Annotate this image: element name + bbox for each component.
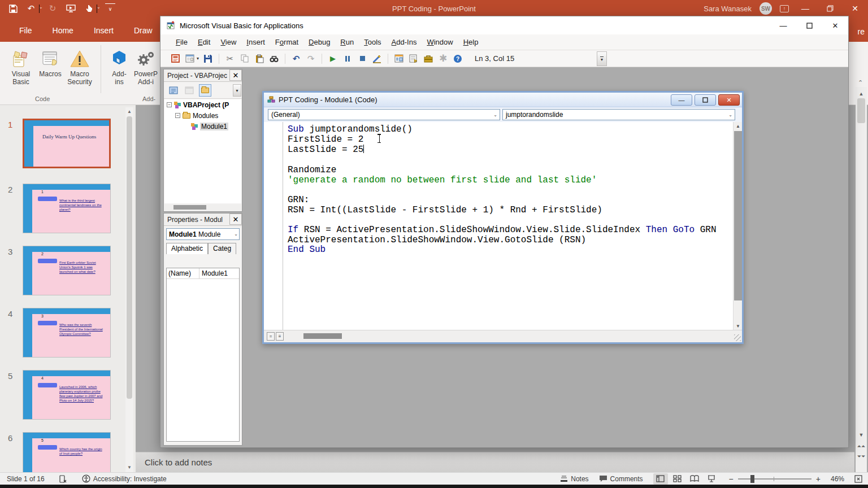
tab-insert[interactable]: Insert: [84, 26, 124, 42]
scroll-down-icon[interactable]: ▼: [734, 322, 742, 330]
menu-window[interactable]: Window: [422, 36, 458, 49]
project-explorer-icon[interactable]: [393, 53, 405, 64]
code-line[interactable]: [288, 185, 717, 195]
procedure-combo[interactable]: jumptorandomslide ⌄: [502, 109, 735, 120]
project-panel-header[interactable]: Project - VBAProjec ✕: [164, 69, 242, 82]
tree-item-label[interactable]: VBAProject (P: [183, 101, 229, 109]
fit-slide-to-window-icon[interactable]: [854, 475, 862, 483]
object-combo[interactable]: (General) ⌄: [268, 109, 500, 120]
minimize-button[interactable]: —: [797, 0, 814, 17]
slide-counter[interactable]: Slide 1 of 16: [7, 475, 45, 483]
save-icon[interactable]: [202, 53, 214, 64]
reading-view-button[interactable]: [687, 473, 702, 485]
undo-dropdown-icon[interactable]: ⌄: [39, 5, 40, 13]
scrollbar-thumb[interactable]: [857, 98, 865, 123]
notes-pane[interactable]: Click to add notes: [136, 452, 854, 472]
run-macro-icon[interactable]: ▶: [327, 53, 338, 64]
slide-sorter-view-button[interactable]: [670, 473, 685, 485]
object-browser-icon[interactable]: [423, 53, 434, 64]
scroll-up-icon[interactable]: ▲: [125, 107, 133, 115]
code-editor-area[interactable]: Sub jumptorandomslide()FirstSlide = 2Las…: [264, 122, 742, 330]
user-name[interactable]: Sara Wanasek: [704, 5, 752, 13]
scrollbar-thumb[interactable]: [734, 131, 742, 300]
code-line[interactable]: ActivePresentation.SlideShowWindow.View.…: [288, 236, 717, 246]
notes-placeholder[interactable]: Click to add notes: [136, 457, 212, 467]
code-close-button[interactable]: ✕: [718, 94, 740, 106]
scroll-down-icon[interactable]: ▼: [857, 430, 866, 439]
code-margin-indicator-bar[interactable]: [264, 122, 283, 330]
code-vertical-scrollbar[interactable]: ▲ ▼: [733, 122, 742, 330]
comments-toggle[interactable]: Comments: [599, 475, 643, 483]
properties-panel-close-icon[interactable]: ✕: [229, 213, 242, 225]
vba-close-button[interactable]: ✕: [822, 17, 848, 34]
menu-debug[interactable]: Debug: [303, 36, 335, 49]
tree-item-modules[interactable]: −Modules: [164, 110, 241, 121]
view-host-app-icon[interactable]: [170, 53, 181, 64]
ribbon-display-options-icon[interactable]: ↑: [780, 5, 789, 12]
menu-help[interactable]: Help: [458, 36, 484, 49]
scroll-up-icon[interactable]: ▲: [734, 122, 742, 130]
code-line[interactable]: If RSN = ActivePresentation.SlideShowWin…: [288, 225, 717, 236]
customize-qat-icon[interactable]: ∨: [105, 3, 115, 14]
toggle-folders-icon[interactable]: [199, 84, 211, 97]
slide-thumbnail[interactable]: 4Launched in 2006, which planetary explo…: [23, 370, 111, 420]
powerpoint-add-ins-button[interactable]: PowerP Add-i: [131, 46, 160, 86]
touch-mode-dropdown-icon[interactable]: ⌄: [97, 5, 97, 13]
project-horizontal-scrollbar[interactable]: [164, 204, 241, 211]
code-line[interactable]: 'generate a random no between first slid…: [288, 176, 717, 186]
collapse-ribbon-icon[interactable]: ⌃: [858, 79, 863, 86]
project-panel-close-icon[interactable]: ✕: [229, 69, 242, 81]
macro-security-button[interactable]: Macro Security: [63, 46, 96, 86]
menu-run[interactable]: Run: [335, 36, 359, 49]
slide-thumbnail[interactable]: 3Who was the seventh President of the In…: [23, 308, 111, 358]
zoom-level[interactable]: 46%: [831, 475, 844, 483]
scroll-up-icon[interactable]: ▲: [857, 89, 866, 98]
slide-thumbnail[interactable]: Daily Warm Up Questions: [23, 119, 111, 168]
vba-maximize-button[interactable]: [796, 17, 822, 34]
project-panel-scroll-icon[interactable]: ▼: [233, 84, 241, 97]
next-slide-icon[interactable]: ⏷⏷: [857, 452, 866, 461]
tree-item-label[interactable]: Modules: [193, 112, 218, 120]
property-value[interactable]: Module1: [199, 268, 239, 278]
visual-basic-button[interactable]: Visual Basic: [5, 46, 37, 86]
touch-mouse-mode-icon[interactable]: [84, 3, 94, 14]
slide-thumbnail[interactable]: 2First Earth orbiter Soviet Union's Sput…: [23, 246, 111, 295]
start-slideshow-icon[interactable]: [66, 3, 76, 14]
undo-icon[interactable]: ↶: [26, 3, 36, 14]
find-icon[interactable]: [268, 53, 280, 64]
accessibility-status[interactable]: Accessibility: Investigate: [82, 474, 167, 483]
share-button[interactable]: re: [858, 27, 865, 36]
code-text[interactable]: Sub jumptorandomslide()FirstSlide = 2Las…: [288, 125, 717, 255]
save-icon[interactable]: [8, 3, 18, 14]
tab-home[interactable]: Home: [42, 26, 84, 42]
code-line[interactable]: LastSlide = 25: [288, 145, 717, 155]
spell-check-icon[interactable]: [59, 475, 67, 483]
paste-icon[interactable]: [254, 53, 265, 64]
tab-file[interactable]: File: [9, 26, 42, 42]
zoom-slider-thumb[interactable]: [750, 475, 754, 483]
help-icon[interactable]: ?: [452, 53, 463, 64]
code-line[interactable]: Sub jumptorandomslide(): [288, 125, 717, 135]
close-button[interactable]: ✕: [847, 0, 863, 17]
menu-file[interactable]: File: [171, 36, 193, 49]
properties-window-icon[interactable]: [408, 53, 419, 64]
tab-alphabetic[interactable]: Alphabetic: [166, 243, 208, 254]
menu-view[interactable]: View: [215, 36, 241, 49]
code-line[interactable]: RSN = Int((LastSlide - FirstSlide + 1) *…: [288, 206, 717, 216]
user-avatar[interactable]: SW: [760, 2, 772, 15]
code-line[interactable]: [288, 155, 717, 165]
code-line[interactable]: End Sub: [288, 245, 717, 255]
code-line[interactable]: Randomize: [288, 165, 717, 176]
macros-button[interactable]: Macros: [34, 46, 67, 78]
procedure-view-button[interactable]: =: [267, 332, 275, 341]
tree-expander-icon[interactable]: −: [175, 113, 180, 118]
insert-userform-icon[interactable]: [184, 53, 196, 64]
properties-object-selector[interactable]: Module1 Module ⌄: [166, 228, 240, 240]
menu-insert[interactable]: Insert: [241, 36, 270, 49]
code-line[interactable]: [288, 215, 717, 225]
vba-minimize-button[interactable]: —: [770, 17, 796, 34]
zoom-in-icon[interactable]: +: [816, 474, 821, 483]
tree-expander-icon[interactable]: −: [167, 102, 172, 107]
view-code-icon[interactable]: [167, 84, 180, 97]
tree-item-label[interactable]: Module1: [200, 123, 228, 130]
